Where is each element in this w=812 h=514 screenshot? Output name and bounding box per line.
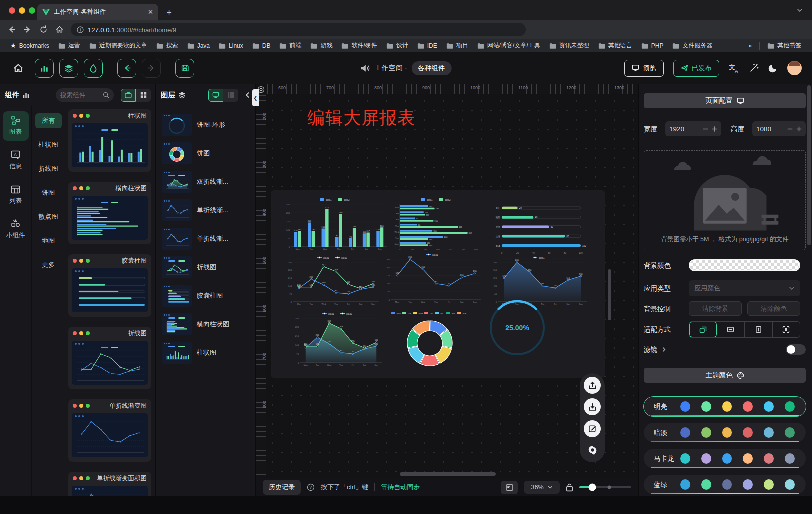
category-item[interactable]: 散点图 [36, 209, 62, 224]
tab-search-chevron-icon[interactable] [797, 7, 803, 13]
component-card-hbar[interactable]: 横向柱状图 [68, 182, 152, 244]
window-minimize-button[interactable] [19, 7, 26, 14]
bg-color-swatch[interactable] [689, 259, 800, 271]
bookmark-item[interactable]: 软件/硬件 [338, 40, 380, 51]
canvas-chart-area-dual[interactable]: 0701402102803501202001508070110130130130… [291, 310, 385, 368]
language-icon[interactable]: 文A [729, 63, 740, 73]
history-button[interactable]: 历史记录 [263, 480, 301, 495]
canvas-chart-progress-ring[interactable]: 25.00% [483, 297, 552, 358]
category-item[interactable]: 饼图 [36, 185, 62, 200]
layer-item[interactable]: 柱状图 [160, 339, 252, 366]
edit-action-button[interactable] [584, 420, 601, 437]
grid-view-toggle[interactable] [136, 89, 151, 102]
clear-background-button[interactable]: 清除背景 [689, 301, 742, 316]
app-home-icon[interactable] [13, 63, 24, 74]
layer-item[interactable]: 单折线渐... [160, 197, 252, 224]
layer-item[interactable]: 折线图 [160, 254, 252, 281]
layer-item[interactable]: 饼图-环形 [160, 111, 252, 138]
canvas-chart-line-single[interactable]: 040801201602001202001508070110130MonTueW… [382, 251, 484, 305]
browser-tab[interactable]: 工作空间-各种组件 ✕ [38, 4, 158, 20]
fit-width-button[interactable] [718, 322, 746, 337]
canvas-big-title[interactable]: 编辑大屏报表 [308, 106, 416, 130]
back-icon[interactable] [8, 25, 16, 34]
minus-icon[interactable] [703, 126, 708, 132]
upload-action-button[interactable] [584, 377, 601, 394]
settings-scrollbar[interactable] [808, 85, 811, 245]
bookmark-item[interactable]: 运营 [55, 40, 84, 51]
canvas-chart-bar[interactable]: 0701402102803501202001508070110130130130… [282, 196, 389, 252]
preview-button[interactable]: 预览 [624, 60, 664, 77]
width-input[interactable]: 1920 [666, 121, 722, 136]
panel-collapse-handle[interactable]: ❮ [252, 89, 259, 106]
sidebar-item-小组件[interactable]: 小组件 [3, 215, 29, 244]
layer-item[interactable]: 单折线渐... [160, 225, 252, 252]
zoom-select[interactable]: 36% [524, 481, 560, 494]
category-item[interactable]: 折线图 [36, 161, 62, 176]
layer-item[interactable]: 横向柱状图 [160, 311, 252, 338]
theme-row-明亮[interactable]: 明亮 [644, 397, 806, 416]
sidebar-item-信息[interactable]: A信息 [3, 146, 29, 175]
window-close-button[interactable] [9, 7, 16, 14]
component-card-capsule[interactable]: 胶囊柱图 [68, 254, 152, 317]
bookmark-item[interactable]: 设计 [383, 40, 412, 51]
page-config-header[interactable]: 页面配置 [644, 93, 806, 108]
canvas-chart-hbar[interactable]: Sun130160Sat110117Fri70155Thu80268Wed150… [390, 196, 483, 252]
theme-row-暗淡[interactable]: 暗淡 [644, 423, 806, 442]
component-card-area1[interactable]: 单折线渐变面积图 [68, 472, 152, 496]
tab-close-icon[interactable]: ✕ [148, 8, 154, 16]
bookmark-item[interactable]: IDE [414, 41, 441, 50]
dashboard-chart-group[interactable]: 0701402102803501202001508070110130130130… [271, 190, 605, 378]
bookmark-item[interactable]: 文件服务器 [669, 40, 716, 51]
zoom-slider[interactable] [580, 486, 632, 488]
sidebar-item-图表[interactable]: 图表 [3, 111, 29, 141]
new-tab-button[interactable]: ＋ [165, 6, 174, 18]
url-bar[interactable]: 127.0.0.1:3000/#/chart/home/9 [71, 23, 526, 36]
category-item[interactable]: 更多 [36, 257, 62, 272]
sidebar-item-列表[interactable]: 列表 [3, 180, 29, 210]
layer-item[interactable]: 双折线渐... [160, 168, 252, 195]
bookmark-item[interactable]: Java [184, 41, 214, 50]
search-input[interactable] [60, 92, 100, 99]
editor-canvas[interactable]: 6007008009001000110012001300 20030040050… [256, 84, 638, 478]
charts-panel-toggle-button[interactable] [35, 59, 54, 78]
reload-icon[interactable] [40, 25, 48, 34]
forward-icon[interactable] [24, 25, 32, 34]
workspace-name-pill[interactable]: 各种组件 [412, 61, 452, 75]
fit-height-button[interactable] [745, 322, 773, 337]
bookmark-item[interactable]: 网站/博客/文章/工具 [474, 40, 544, 51]
filter-expand-icon[interactable] [662, 347, 667, 352]
bookmark-item[interactable]: 近期需要读的文章 [86, 40, 151, 51]
theme-color-header[interactable]: 主题颜色 [644, 368, 806, 383]
bookmark-item[interactable]: 资讯未整理 [546, 40, 593, 51]
fit-stretch-button[interactable] [773, 322, 800, 337]
height-input[interactable]: 1080 [752, 121, 806, 136]
canvas-chart-pie[interactable]: MonTueWedThuFriSatSun [385, 309, 475, 370]
plus-icon[interactable] [796, 126, 802, 132]
user-avatar[interactable] [788, 61, 802, 75]
help-icon[interactable]: ? [307, 483, 315, 491]
redo-button[interactable] [142, 59, 161, 78]
category-item[interactable]: 柱状图 [36, 137, 62, 152]
bookmark-item[interactable]: DB [249, 41, 274, 50]
magic-wand-icon[interactable] [750, 63, 759, 73]
settings-action-button[interactable] [584, 442, 601, 459]
bookmark-item[interactable]: Linux [216, 41, 247, 50]
bookmark-item[interactable]: 游戏 [307, 40, 336, 51]
background-upload-dropzone[interactable]: 背景图需小于 5M ， 格式为 png/jpg/gif 的文件 [644, 150, 806, 250]
layer-item[interactable]: 饼图 [160, 140, 252, 167]
component-card-line2[interactable]: 折线图 [68, 327, 152, 389]
collapse-layers-icon[interactable] [244, 92, 251, 98]
layer-item[interactable]: 胶囊柱图 [160, 282, 252, 309]
canvas-vertical-scrollbar[interactable] [608, 269, 612, 320]
plus-icon[interactable] [712, 126, 718, 132]
save-button[interactable] [176, 59, 194, 78]
category-item[interactable]: 所有 [36, 113, 62, 128]
download-action-button[interactable] [584, 398, 601, 415]
filter-toggle[interactable] [786, 344, 806, 355]
component-search[interactable] [56, 88, 114, 102]
window-zoom-button[interactable] [29, 7, 36, 14]
clear-color-button[interactable]: 清除颜色 [748, 301, 800, 316]
bookmarks-overflow[interactable]: » [745, 41, 756, 50]
fit-auto-button[interactable] [690, 322, 718, 337]
canvas-chart-line-dual[interactable]: 0701402102803501202001508070110130130130… [284, 254, 382, 307]
